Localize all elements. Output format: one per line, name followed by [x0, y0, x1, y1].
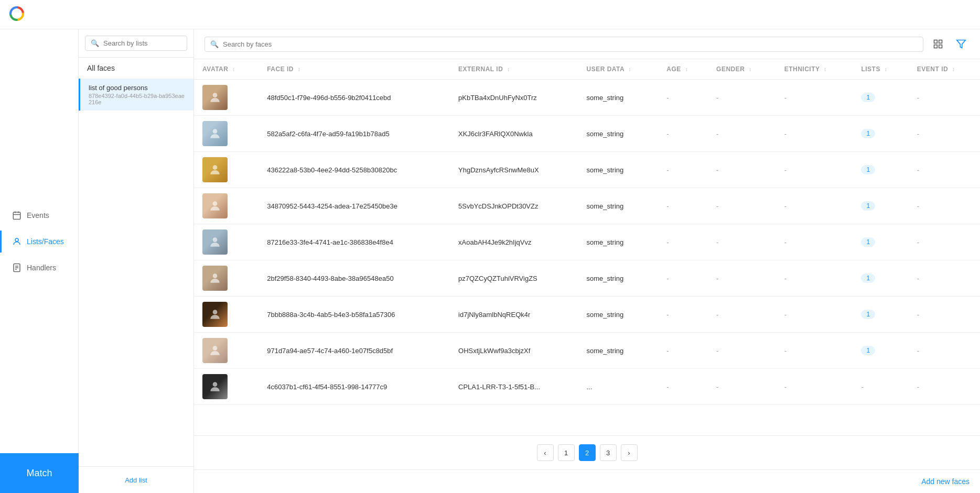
lists-sort-icon: ↕: [885, 67, 888, 72]
lists-cell: 1: [853, 116, 908, 152]
col-event-id[interactable]: EVENT ID ↕: [909, 59, 980, 80]
ethnicity-sort-icon: ↕: [824, 67, 827, 72]
table-row[interactable]: 87216e33-3fe4-4741-ae1c-386838e4f8e4xAoa…: [194, 224, 980, 260]
content-header: 🔍: [194, 29, 980, 59]
avatar: [202, 157, 228, 182]
svg-point-23: [213, 382, 218, 387]
lists-panel: 🔍 All faces list of good persons 878e439…: [79, 29, 194, 493]
pagination-page-1[interactable]: 1: [558, 444, 575, 461]
svg-rect-12: [934, 45, 938, 48]
lists-badge: 1: [861, 93, 875, 102]
user-data-sort-icon: ↕: [629, 67, 632, 72]
event-id-cell: -: [909, 116, 980, 152]
pagination-page-3[interactable]: 3: [600, 444, 617, 461]
sidebar-item-handlers[interactable]: Handlers: [0, 257, 78, 279]
lists-cell: 1: [853, 297, 908, 333]
table-row[interactable]: 48fd50c1-f79e-496d-b556-9b2f0411cebdpKbT…: [194, 80, 980, 116]
user-data-cell: some_string: [578, 152, 658, 188]
lists-cell: 1: [853, 333, 908, 369]
age-cell: -: [658, 80, 708, 116]
lists-cell: 1: [853, 188, 908, 224]
face-id-cell: 2bf29f58-8340-4493-8abe-38a96548ea50: [259, 260, 450, 297]
user-data-cell: some_string: [578, 333, 658, 369]
list-name: list of good persons: [89, 84, 185, 92]
external-id-cell: pKbTBa4xDnUhFyNx0Trz: [450, 80, 578, 116]
add-faces-button[interactable]: Add new faces: [921, 477, 970, 486]
faces-search-box: 🔍: [204, 37, 923, 52]
sidebar-nav: Events Lists/Faces Handlers: [0, 29, 78, 453]
lists-search-box: 🔍: [85, 36, 187, 51]
age-cell: -: [658, 116, 708, 152]
svg-point-21: [213, 310, 218, 314]
col-lists[interactable]: LISTS ↕: [853, 59, 908, 80]
age-cell: -: [658, 333, 708, 369]
user-data-cell: some_string: [578, 260, 658, 297]
age-cell: -: [658, 188, 708, 224]
faces-search-input[interactable]: [223, 40, 918, 48]
sidebar-item-lists-faces[interactable]: Lists/Faces: [0, 231, 78, 253]
table-row[interactable]: 34870952-5443-4254-adea-17e25450be3e5Svb…: [194, 188, 980, 224]
pagination-next[interactable]: ›: [621, 444, 638, 461]
faces-search-icon: 🔍: [210, 40, 219, 48]
gender-cell: -: [708, 260, 776, 297]
external-id-cell: OHSxtjLkWwf9a3cbjzXf: [450, 333, 578, 369]
svg-point-15: [213, 93, 218, 97]
ethnicity-cell: -: [776, 260, 853, 297]
svg-point-20: [213, 273, 218, 278]
external-id-cell: 5SvbYcDSJnkOPDt30VZz: [450, 188, 578, 224]
avatar: [202, 193, 228, 218]
col-external-id[interactable]: EXTERNAL ID ↕: [450, 59, 578, 80]
sidebar-item-events[interactable]: Events: [0, 204, 78, 226]
svg-point-22: [213, 346, 218, 350]
col-gender[interactable]: GENDER ↕: [708, 59, 776, 80]
gender-cell: -: [708, 116, 776, 152]
face-id-cell: 48fd50c1-f79e-496d-b556-9b2f0411cebd: [259, 80, 450, 116]
lists-search-input[interactable]: [103, 39, 181, 47]
avatar: [202, 229, 228, 255]
lists-badge: 1: [861, 237, 875, 247]
pagination-page-2[interactable]: 2: [579, 444, 596, 461]
grid-view-button[interactable]: [930, 36, 946, 52]
event-id-cell: -: [909, 260, 980, 297]
sidebar: Events Lists/Faces Handlers: [0, 29, 79, 493]
avatar: [202, 302, 228, 327]
col-avatar[interactable]: AVATAR ↕: [194, 59, 259, 80]
filter-button[interactable]: [953, 36, 970, 52]
table-row[interactable]: 582a5af2-c6fa-4f7e-ad59-fa19b1b78ad5XKJ6…: [194, 116, 980, 152]
user-data-cell: some_string: [578, 224, 658, 260]
col-age[interactable]: AGE ↕: [658, 59, 708, 80]
avatar: [202, 266, 228, 291]
col-ethnicity[interactable]: ETHNICITY ↕: [776, 59, 853, 80]
event-id-cell: -: [909, 333, 980, 369]
face-id-cell: 436222a8-53b0-4ee2-94dd-5258b30820bc: [259, 152, 450, 188]
event-id-sort-icon: ↕: [952, 67, 955, 72]
user-data-cell: ...: [578, 369, 658, 405]
lists-search-icon: 🔍: [91, 39, 99, 47]
event-id-cell: -: [909, 152, 980, 188]
user-data-cell: some_string: [578, 188, 658, 224]
ethnicity-cell: -: [776, 224, 853, 260]
svg-rect-1: [13, 212, 20, 220]
main-layout: Events Lists/Faces Handlers: [0, 29, 980, 493]
svg-point-19: [213, 237, 218, 242]
ethnicity-cell: -: [776, 152, 853, 188]
match-button[interactable]: Match: [0, 453, 79, 493]
person-icon: [12, 237, 21, 246]
table-row[interactable]: 4c6037b1-cf61-4f54-8551-998-14777c9CPLA1…: [194, 369, 980, 405]
external-id-sort-icon: ↕: [507, 67, 510, 72]
table-row[interactable]: 2bf29f58-8340-4493-8abe-38a96548ea50pz7Q…: [194, 260, 980, 297]
external-id-cell: XKJ6clr3FARlQX0Nwkla: [450, 116, 578, 152]
lists-badge: 1: [861, 201, 875, 211]
table-row[interactable]: 436222a8-53b0-4ee2-94dd-5258b30820bcYhgD…: [194, 152, 980, 188]
gender-cell: -: [708, 224, 776, 260]
external-id-cell: id7jNly8amlbNqREQk4r: [450, 297, 578, 333]
list-item-good-persons[interactable]: list of good persons 878e4392-fa0d-44b5-…: [79, 79, 193, 111]
col-face-id[interactable]: FACE ID ↕: [259, 59, 450, 80]
table-row[interactable]: 971d7a94-ae57-4c74-a460-1e07f5c8d5bfOHSx…: [194, 333, 980, 369]
table-row[interactable]: 7bbb888a-3c4b-4ab5-b4e3-b58fa1a57306id7j…: [194, 297, 980, 333]
pagination-prev[interactable]: ‹: [537, 444, 554, 461]
user-data-cell: some_string: [578, 80, 658, 116]
svg-point-16: [213, 129, 218, 134]
col-user-data[interactable]: USER DATA ↕: [578, 59, 658, 80]
add-list-button[interactable]: Add list: [125, 476, 147, 484]
